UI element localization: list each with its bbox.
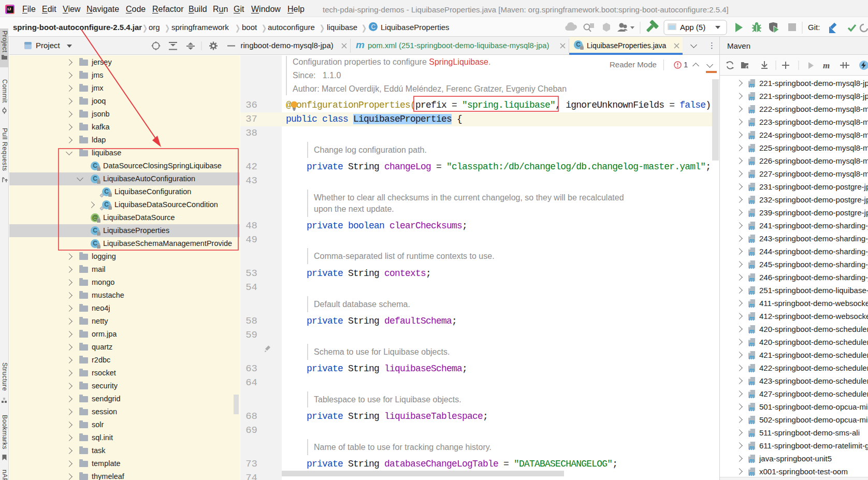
svg-text:m: m (749, 82, 755, 88)
svg-text:m: m (749, 198, 755, 205)
svg-text:m: m (749, 444, 755, 450)
svg-text:m: m (823, 61, 830, 70)
svg-text:m: m (749, 457, 755, 463)
svg-text:m: m (749, 328, 755, 334)
svg-text:m: m (749, 341, 755, 347)
svg-text:m: m (749, 354, 755, 360)
svg-text:Git:: Git: (808, 23, 820, 32)
svg-text:m: m (749, 237, 755, 243)
svg-text:m: m (749, 147, 755, 153)
svg-text:m: m (749, 380, 755, 386)
svg-text:m: m (749, 315, 755, 321)
svg-text:m: m (749, 224, 755, 230)
svg-text:m: m (749, 418, 755, 425)
svg-text:m: m (749, 159, 755, 166)
svg-text:m: m (749, 405, 755, 412)
svg-text:m: m (749, 431, 755, 438)
svg-text:m: m (749, 121, 755, 127)
svg-text:m: m (749, 276, 755, 282)
svg-text:m: m (749, 185, 755, 192)
svg-text:m: m (749, 211, 755, 217)
svg-text:m: m (749, 250, 755, 256)
svg-text:m: m (749, 302, 755, 308)
svg-text:m: m (749, 470, 755, 476)
svg-text:m: m (749, 134, 755, 140)
svg-text:m: m (749, 263, 755, 269)
svg-text:App (5): App (5) (680, 23, 705, 32)
svg-text:m: m (749, 289, 755, 295)
svg-text:m: m (749, 367, 755, 373)
svg-text:m: m (749, 172, 755, 179)
svg-text:m: m (749, 95, 755, 101)
svg-text:m: m (749, 108, 755, 114)
svg-text:m: m (749, 392, 755, 399)
